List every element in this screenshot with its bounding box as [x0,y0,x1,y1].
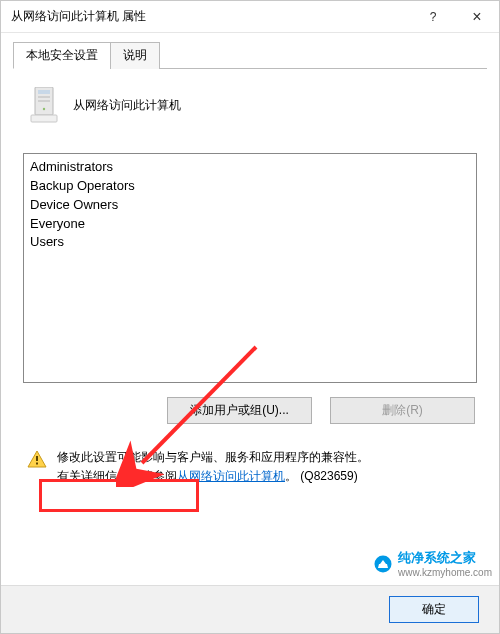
window-title: 从网络访问此计算机 属性 [11,8,411,25]
watermark-logo-icon [374,555,392,573]
info-link[interactable]: 从网络访问此计算机 [177,469,285,483]
list-item[interactable]: Backup Operators [30,177,470,196]
svg-rect-8 [36,463,38,465]
list-item[interactable]: Device Owners [30,196,470,215]
svg-rect-1 [38,90,50,94]
list-item[interactable]: Users [30,233,470,252]
help-icon: ? [430,10,437,24]
tabs-row: 本地安全设置 说明 [1,33,499,69]
tab-label: 本地安全设置 [26,48,98,62]
warning-icon [27,450,47,468]
tab-label: 说明 [123,48,147,62]
svg-rect-3 [38,100,50,102]
tab-strip: 本地安全设置 说明 [13,41,487,69]
users-listbox[interactable]: Administrators Backup Operators Device O… [23,153,477,383]
tab-explain[interactable]: 说明 [110,42,160,69]
svg-rect-7 [36,456,38,461]
add-user-label: 添加用户或组(U)... [190,402,289,419]
info-section: 修改此设置可能影响与客户端、服务和应用程序的兼容性。 有关详细信息，请参阅从网络… [23,448,477,486]
computer-icon [29,87,59,123]
page-title: 从网络访问此计算机 [73,97,181,114]
list-buttons-row: 添加用户或组(U)... 删除(R) [23,397,477,424]
list-item[interactable]: Everyone [30,215,470,234]
ok-label: 确定 [422,601,446,618]
tab-content: 从网络访问此计算机 Administrators Backup Operator… [1,69,499,585]
header-row: 从网络访问此计算机 [29,87,477,123]
help-button[interactable]: ? [411,2,455,32]
tab-local-security[interactable]: 本地安全设置 [13,42,111,69]
ok-button[interactable]: 确定 [389,596,479,623]
svg-rect-2 [38,96,50,98]
close-icon: × [472,8,481,26]
remove-button: 删除(R) [330,397,475,424]
svg-point-4 [43,108,45,110]
watermark-name: 纯净系统之家 [398,549,492,567]
list-item[interactable]: Administrators [30,158,470,177]
watermark-url: www.kzmyhome.com [398,567,492,578]
info-line2-prefix: 有关详细信息，请参阅 [57,469,177,483]
dialog-footer: 确定 [1,585,499,633]
watermark-text: 纯净系统之家 www.kzmyhome.com [398,549,492,578]
remove-label: 删除(R) [382,402,423,419]
info-line2-suffix: 。 (Q823659) [285,469,358,483]
info-line1: 修改此设置可能影响与客户端、服务和应用程序的兼容性。 [57,450,369,464]
add-user-button[interactable]: 添加用户或组(U)... [167,397,312,424]
svg-rect-5 [31,115,57,122]
info-text: 修改此设置可能影响与客户端、服务和应用程序的兼容性。 有关详细信息，请参阅从网络… [57,448,369,486]
close-button[interactable]: × [455,2,499,32]
watermark: 纯净系统之家 www.kzmyhome.com [374,549,492,578]
window-root: 从网络访问此计算机 属性 ? × 本地安全设置 说明 [0,0,500,634]
titlebar: 从网络访问此计算机 属性 ? × [1,1,499,33]
